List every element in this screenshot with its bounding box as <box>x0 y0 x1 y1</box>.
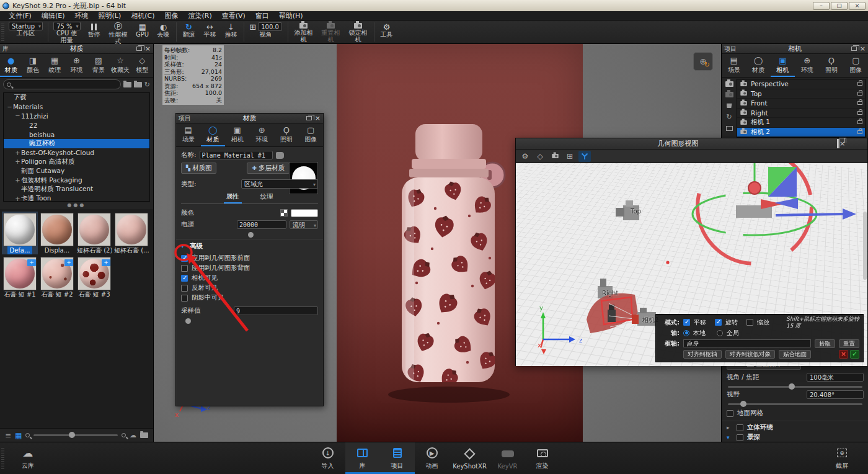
material-graph-button[interactable]: ▚ 材质图 <box>181 163 216 174</box>
import-button[interactable]: ↓ 导入 <box>311 442 345 474</box>
tree-item[interactable]: + 卡通 Toon <box>4 194 149 202</box>
tree-item[interactable]: − Materials <box>4 102 149 112</box>
checkbox[interactable] <box>181 255 188 262</box>
float-panel-icon[interactable] <box>136 47 142 51</box>
tree-expander[interactable]: − <box>6 104 13 110</box>
menu-item[interactable]: 渲染(R) <box>183 11 216 20</box>
geometry-viewport[interactable]: Top Right 相机2 y x z 模式: 平移 旋转 缩放 <box>516 163 867 366</box>
material-panel-tab[interactable]: ▢ 图像 <box>299 123 324 146</box>
denoise-button[interactable]: ◐ 去噪 <box>153 20 174 43</box>
tree-item[interactable]: 半透明材质 Translucent <box>4 185 149 194</box>
lock-camera-button[interactable]: 锁定相机 <box>345 20 372 43</box>
align-pivot-button[interactable]: 对齐到枢轴 <box>683 350 722 359</box>
checkbox[interactable] <box>181 295 188 302</box>
library-tab[interactable]: ● 材质 <box>0 54 22 77</box>
animation-button[interactable]: ▶ 动画 <box>415 442 450 474</box>
advanced-checkbox-row[interactable]: 相机可见 <box>181 273 318 283</box>
ground-grid-row[interactable]: 地面网格 <box>727 408 864 418</box>
library-tab[interactable]: ▨ 背景 <box>87 54 109 77</box>
camera-list-item[interactable]: Perspective <box>737 79 865 89</box>
material-subtab[interactable]: 纹理 <box>258 192 276 203</box>
project-tab[interactable]: ⊕ 环境 <box>795 54 819 77</box>
library-tab[interactable]: ◨ 颜色 <box>22 54 43 77</box>
material-thumbnail[interactable]: + 石膏 短 #3 <box>76 256 112 298</box>
unlock-icon[interactable] <box>857 82 862 86</box>
texture-checker-icon[interactable] <box>280 209 288 217</box>
project-tab[interactable]: ▣ 相机 <box>771 54 795 77</box>
checkbox[interactable] <box>181 285 188 292</box>
confirm-button[interactable]: ✓ <box>850 350 859 359</box>
tree-item[interactable]: beishua <box>4 130 149 139</box>
camera-view-icon[interactable] <box>549 151 561 162</box>
material-panel-tab[interactable]: ▣ 相机 <box>225 123 250 146</box>
stereo-row[interactable]: ▸ 立体环绕 <box>727 423 864 432</box>
render-button[interactable]: 渲染 <box>525 442 560 474</box>
tree-expander[interactable]: − <box>14 112 21 119</box>
keyshotxr-button[interactable]: KeyShotXR <box>450 442 490 474</box>
fov-slider[interactable] <box>728 403 862 405</box>
material-thumbnail[interactable]: + 石膏 短 #1 <box>2 256 38 298</box>
camera-list-item[interactable]: Top <box>737 89 865 99</box>
library-dock-button[interactable]: 库 <box>345 442 380 474</box>
reset-button[interactable]: 重置 <box>839 339 859 348</box>
power-input[interactable] <box>237 220 286 229</box>
folder-sync-icon[interactable] <box>140 432 148 438</box>
pause-button[interactable]: 暂停 <box>84 20 105 43</box>
advanced-checkbox-row[interactable]: 阴影中可见 <box>181 293 318 303</box>
advanced-checkbox-row[interactable]: 反射可见 <box>181 283 318 293</box>
menu-item[interactable]: 相机(C) <box>126 11 159 20</box>
import-folder-icon[interactable] <box>134 82 142 87</box>
unlock-icon[interactable] <box>857 101 862 105</box>
cloud-library-button[interactable]: ☁ 云库 <box>11 442 45 474</box>
geometry-scrollbar[interactable] <box>863 212 867 280</box>
search-input[interactable] <box>11 81 117 88</box>
reset-camera-icon[interactable]: ↻ <box>726 113 732 121</box>
advanced-checkbox-row[interactable]: 应用到几何图形背面 <box>181 263 318 273</box>
screenshot-button[interactable]: ⊕ 截屏 <box>825 442 859 474</box>
search-box[interactable] <box>3 79 121 89</box>
material-panel-tab[interactable]: ▤ 场景 <box>176 123 201 146</box>
rotate-checkbox[interactable] <box>715 319 722 326</box>
minimize-button[interactable]: – <box>813 2 830 10</box>
focal-value[interactable]: 100毫米 <box>807 373 864 382</box>
ground-grid-checkbox[interactable] <box>727 410 733 417</box>
display-icon[interactable] <box>726 126 733 131</box>
power-slider[interactable] <box>181 232 318 235</box>
unlock-icon[interactable] <box>857 92 862 96</box>
menu-item[interactable]: 窗口 <box>250 11 274 20</box>
checkbox[interactable] <box>181 265 188 272</box>
align-lower-button[interactable]: 对齐到较低对象 <box>725 350 776 359</box>
project-dock-button[interactable]: 项目 <box>380 442 415 474</box>
scale-checkbox[interactable] <box>746 319 753 326</box>
close-panel-icon[interactable]: × <box>145 45 151 52</box>
snap-ground-button[interactable]: 贴合地面 <box>779 350 811 359</box>
material-panel-header[interactable]: 项目 材质 × <box>176 114 323 123</box>
tumble-button[interactable]: ↻ 翻滚 <box>179 20 200 43</box>
tree-expander[interactable]: + <box>14 150 21 156</box>
stereo-checkbox[interactable] <box>737 424 743 431</box>
material-thumbnail[interactable]: + Displa... <box>39 212 75 254</box>
menu-item[interactable]: 帮助(H) <box>274 11 308 20</box>
move-tool-icon[interactable] <box>578 151 591 162</box>
project-tab[interactable]: ▤ 场景 <box>722 54 746 77</box>
material-type-dropdown[interactable]: 区域光 <box>241 179 318 189</box>
dock-panel-icon[interactable] <box>306 116 312 120</box>
grid-view-icon[interactable]: ▦ <box>15 431 22 440</box>
zoom-out-icon[interactable] <box>25 433 30 437</box>
material-thumbnail[interactable]: + 短杯石膏 (... <box>113 212 149 254</box>
cloud-upload-icon[interactable]: ☁ <box>130 431 136 439</box>
workspace-selector[interactable]: Startup 工作区 <box>6 20 46 43</box>
camera-list-item[interactable]: Front <box>737 99 865 109</box>
menu-item[interactable]: 文件(F) <box>4 11 37 20</box>
cpu-usage-selector[interactable]: 75 % CPU 使用量 <box>50 20 83 43</box>
unlock-icon[interactable] <box>857 130 862 134</box>
checkbox[interactable] <box>181 275 188 282</box>
samples-input[interactable] <box>234 306 318 315</box>
material-thumbnail[interactable]: + Defa... <box>2 212 38 254</box>
dolly-button[interactable]: ↓ 推移 <box>221 20 242 43</box>
power-unit-dropdown[interactable]: 流明 <box>290 220 318 229</box>
samples-slider[interactable] <box>181 318 318 321</box>
material-panel-tab[interactable]: Ϙ 照明 <box>274 123 299 146</box>
chevron-down-icon[interactable]: ▾ <box>727 434 733 440</box>
multi-layer-button[interactable]: ✚ 多层材质 <box>247 163 290 174</box>
